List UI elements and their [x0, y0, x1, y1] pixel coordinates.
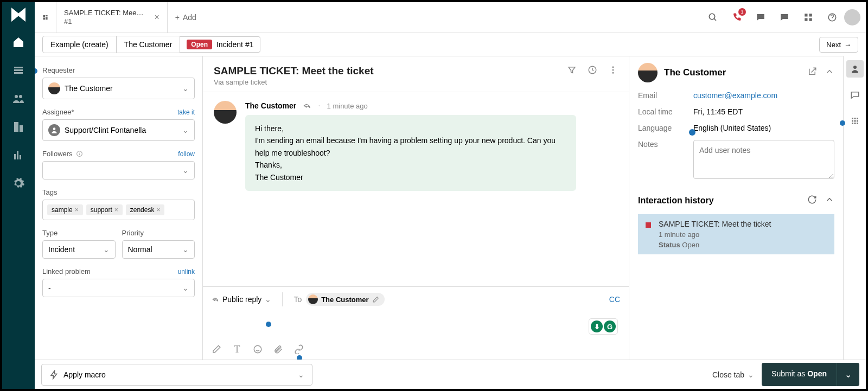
- center-panel: SAMPLE TICKET: Meet the ticket Via sampl…: [203, 56, 629, 360]
- nav-reports[interactable]: [11, 148, 26, 163]
- svg-point-0: [709, 14, 715, 20]
- message-body: Hi there, I'm sending an email because I…: [245, 115, 576, 191]
- list-icon: [12, 64, 25, 77]
- svg-rect-2: [809, 14, 812, 16]
- linked-select[interactable]: - ⌄: [42, 279, 195, 297]
- nav-views[interactable]: [11, 63, 26, 78]
- refresh-button[interactable]: [807, 195, 817, 207]
- nav-admin[interactable]: [11, 176, 26, 191]
- localtime-value: Fri, 11:45 EDT: [693, 107, 834, 116]
- linked-label: Linked problem: [42, 267, 91, 275]
- breadcrumb-status-wrap[interactable]: Open Incident #1: [180, 36, 260, 53]
- rail-apps[interactable]: [846, 112, 864, 130]
- attach-button[interactable]: [273, 344, 283, 354]
- nav-home[interactable]: [11, 35, 26, 50]
- submit-dropdown[interactable]: ⌄: [837, 363, 859, 386]
- rail-user[interactable]: [846, 60, 864, 78]
- nav-org[interactable]: [11, 119, 26, 134]
- type-select[interactable]: Incident ⌄: [42, 240, 116, 259]
- chat-button[interactable]: [754, 11, 767, 24]
- reply-textarea[interactable]: [212, 314, 620, 340]
- assignee-select[interactable]: Support/Clint Fontanella ⌄: [42, 119, 195, 141]
- breadcrumb-customer[interactable]: The Customer: [117, 36, 181, 53]
- history-item[interactable]: SAMPLE TICKET: Meet the ticket 1 minute …: [638, 214, 834, 254]
- rail-chat[interactable]: [846, 86, 864, 104]
- tab-home[interactable]: [35, 2, 56, 33]
- tag-label: support: [91, 206, 112, 214]
- svg-point-6: [53, 127, 56, 130]
- chat2-button[interactable]: [778, 11, 791, 24]
- svg-rect-4: [809, 18, 812, 21]
- lightning-icon: [49, 370, 59, 380]
- apps-button[interactable]: [802, 11, 815, 24]
- chevron-down-icon: ⌄: [103, 245, 110, 254]
- reply-icon[interactable]: [303, 101, 311, 110]
- recipient-chip[interactable]: The Customer: [306, 293, 384, 306]
- tab-ticket[interactable]: SAMPLE TICKET: Mee… #1 ×: [56, 2, 168, 33]
- tag-remove-icon[interactable]: ×: [156, 206, 160, 214]
- reply-type-select[interactable]: Public reply ⌄: [212, 295, 271, 304]
- tag-remove-icon[interactable]: ×: [75, 206, 79, 214]
- search-icon: [708, 12, 718, 22]
- nav-customers[interactable]: [11, 91, 26, 106]
- indicator-dot-icon: [266, 322, 271, 327]
- chat-icon: [756, 12, 765, 22]
- close-icon[interactable]: ×: [154, 12, 159, 22]
- cc-link[interactable]: CC: [609, 295, 620, 304]
- chevron-down-icon: ⌄: [182, 84, 189, 93]
- svg-rect-20: [852, 123, 853, 124]
- next-button[interactable]: Next →: [819, 37, 858, 53]
- submit-button[interactable]: Submit as Open: [762, 363, 837, 386]
- submit-status: Open: [807, 369, 827, 378]
- collapse-history-button[interactable]: [825, 195, 834, 207]
- help-button[interactable]: [826, 11, 839, 24]
- requester-select[interactable]: The Customer ⌄: [42, 78, 195, 99]
- macro-label: Apply macro: [63, 370, 106, 379]
- reply-toolbar: T: [212, 340, 620, 354]
- followers-select[interactable]: ⌄: [42, 161, 195, 180]
- priority-value: Normal: [128, 245, 152, 254]
- more-button[interactable]: [608, 65, 618, 77]
- to-label: To: [293, 295, 302, 304]
- filter-button[interactable]: [567, 65, 577, 77]
- chevron-down-icon: ⌄: [265, 295, 271, 304]
- profile-name: The Customer: [664, 67, 726, 78]
- close-tab-button[interactable]: Close tab ⌄: [712, 370, 754, 379]
- search-button[interactable]: [706, 11, 719, 24]
- phone-button[interactable]: [730, 11, 743, 24]
- indicator-dot-icon: [297, 355, 302, 360]
- tag-remove-icon[interactable]: ×: [114, 206, 118, 214]
- compose-button[interactable]: [212, 344, 221, 354]
- svg-rect-22: [857, 123, 858, 124]
- notes-textarea[interactable]: [693, 140, 834, 179]
- email-link[interactable]: customer@example.com: [693, 91, 777, 100]
- info-icon: [76, 150, 83, 157]
- link-button[interactable]: [294, 344, 304, 354]
- grammarly-icon[interactable]: G: [604, 321, 616, 332]
- history-status-label: Status: [659, 241, 680, 249]
- history-button[interactable]: [588, 65, 597, 77]
- take-it-link[interactable]: take it: [177, 108, 195, 116]
- open-button[interactable]: [807, 67, 817, 79]
- breadcrumb-create[interactable]: Example (create): [42, 36, 117, 53]
- tags-box[interactable]: sample× support× zendesk×: [42, 200, 195, 220]
- chevron-down-icon: ⌄: [182, 166, 189, 175]
- follow-link[interactable]: follow: [178, 150, 195, 158]
- emoji-button[interactable]: [253, 344, 263, 354]
- text-button[interactable]: T: [232, 344, 242, 354]
- followers-label: Followers: [42, 150, 73, 158]
- priority-select[interactable]: Normal ⌄: [122, 240, 195, 259]
- user-avatar[interactable]: [844, 9, 860, 25]
- assignee-label: Assignee*: [42, 108, 74, 116]
- message-author: The Customer: [245, 101, 296, 110]
- chevron-down-icon: ⌄: [298, 370, 304, 379]
- widget-icon[interactable]: ⬇: [591, 321, 603, 332]
- indicator-dot-icon: [840, 120, 845, 126]
- apply-macro-button[interactable]: Apply macro ⌄: [41, 364, 312, 386]
- collapse-button[interactable]: [825, 67, 834, 79]
- unlink-link[interactable]: unlink: [178, 268, 195, 275]
- reply-icon: [212, 296, 219, 303]
- tab-add[interactable]: + Add: [168, 13, 204, 22]
- left-panel: Requester The Customer ⌄ Assignee* take …: [35, 56, 203, 360]
- history-item-time: 1 minute ago: [659, 230, 771, 239]
